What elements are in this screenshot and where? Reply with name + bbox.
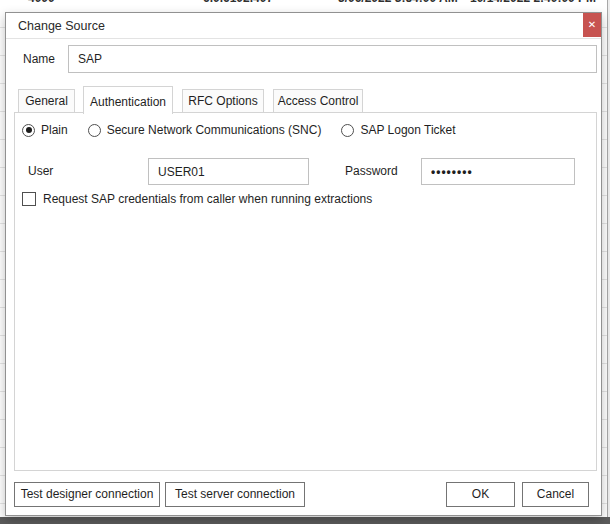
password-label: Password [345,158,398,185]
radio-unselected-icon [341,124,354,137]
dialog-titlebar[interactable]: Change Source ✕ [6,13,601,39]
radio-label: Plain [41,123,68,137]
name-input[interactable] [68,45,597,73]
dialog-title: Change Source [18,13,105,39]
ok-button[interactable]: OK [446,482,515,507]
background-table-cell: 3/06/2022 3:54:00 AM [338,0,458,5]
authentication-tab-panel: Plain Secure Network Communications (SNC… [14,112,597,471]
background-window-edge [0,517,610,524]
background-table-cell: 6.0.6102.407 [203,0,273,5]
user-input[interactable] [148,158,309,185]
checkbox-label: Request SAP credentials from caller when… [43,192,372,206]
tab-rfc-options[interactable]: RFC Options [182,89,264,113]
radio-selected-icon [22,124,35,137]
close-button[interactable]: ✕ [583,13,601,37]
checkbox-unchecked-icon [22,192,36,206]
name-label: Name [23,45,55,73]
change-source-dialog: Change Source ✕ Name General Authenticat… [5,12,602,516]
tab-access-control[interactable]: Access Control [273,89,363,113]
tab-label: Access Control [278,94,359,108]
test-designer-connection-button[interactable]: Test designer connection [14,482,160,507]
radio-plain[interactable]: Plain [22,123,68,137]
background-table-row: 4000 6.0.6102.407 3/06/2022 3:54:00 AM 1… [0,0,610,6]
radio-unselected-icon [88,124,101,137]
tab-label: General [25,94,68,108]
radio-label: Secure Network Communications (SNC) [107,123,322,137]
tab-label: Authentication [90,95,166,109]
tab-general[interactable]: General [18,89,75,113]
radio-snc[interactable]: Secure Network Communications (SNC) [88,123,322,137]
tab-authentication[interactable]: Authentication [83,86,173,114]
radio-label: SAP Logon Ticket [360,123,455,137]
password-input[interactable] [421,158,575,185]
request-credentials-checkbox[interactable]: Request SAP credentials from caller when… [22,192,372,206]
background-table-cell: 4000 [28,0,55,5]
authentication-type-radio-group: Plain Secure Network Communications (SNC… [22,123,456,137]
background-table-cell: 10/14/2022 2:40:00 PM [470,0,596,5]
test-server-connection-button[interactable]: Test server connection [165,482,305,507]
cancel-button[interactable]: Cancel [522,482,589,507]
close-icon: ✕ [588,19,596,30]
radio-sap-logon-ticket[interactable]: SAP Logon Ticket [341,123,455,137]
tab-label: RFC Options [188,94,257,108]
user-label: User [28,158,53,185]
background-window-border [607,0,608,524]
screen: 4000 6.0.6102.407 3/06/2022 3:54:00 AM 1… [0,0,610,524]
